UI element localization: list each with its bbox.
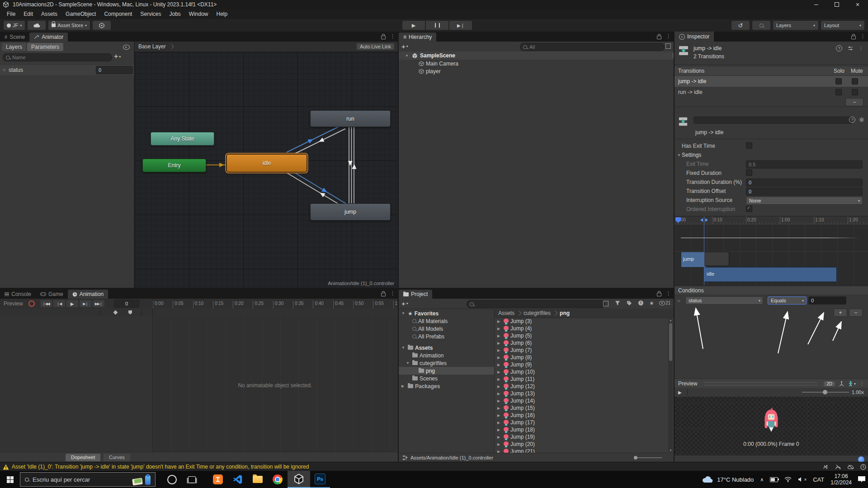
expander-icon[interactable]: ▶ bbox=[497, 421, 502, 425]
asset-file-row[interactable]: ▶ Jump (12) bbox=[495, 383, 667, 390]
asset-file-row[interactable]: ▶ Jump (14) bbox=[495, 397, 667, 404]
asset-store-button[interactable]: Asset Store▾ bbox=[48, 21, 90, 30]
next-key-button[interactable]: ▶❘ bbox=[80, 300, 91, 307]
parameters-tab-button[interactable]: Parameters bbox=[27, 43, 63, 51]
asset-file-row[interactable]: ▶ Jump (3) bbox=[495, 318, 667, 325]
menu-item[interactable]: Edit bbox=[19, 11, 37, 17]
tab-console[interactable]: Console bbox=[0, 290, 36, 299]
tree-favorites[interactable]: ▼★Favorites bbox=[399, 310, 494, 317]
asset-file-row[interactable]: ▶ Jump (5) bbox=[495, 332, 667, 339]
asset-file-row[interactable]: ▶ Jump (19) bbox=[495, 433, 667, 441]
curves-button[interactable]: Curves bbox=[104, 454, 130, 461]
create-object-button[interactable]: +▾ bbox=[401, 42, 408, 50]
global-search-button[interactable] bbox=[752, 21, 770, 30]
status-bar[interactable]: Asset 'Idle (1)_0': Transition 'jump -> … bbox=[0, 462, 868, 471]
expander-icon[interactable]: ▶ bbox=[497, 334, 502, 338]
transition-start-handle[interactable] bbox=[700, 218, 703, 222]
expander-icon[interactable]: ▶ bbox=[497, 348, 502, 352]
help-icon[interactable]: ? bbox=[836, 45, 842, 52]
preview-2d-button[interactable]: 2D bbox=[824, 381, 835, 386]
asset-file-row[interactable]: ▶ Jump (20) bbox=[495, 441, 667, 448]
muse-ai-button[interactable] bbox=[858, 456, 864, 462]
progress-activity-icon[interactable] bbox=[860, 464, 866, 470]
condition-operator-dropdown[interactable]: Equals▾ bbox=[768, 296, 807, 305]
tree-favorite-item[interactable]: All Materials bbox=[399, 317, 494, 325]
component-menu-icon[interactable]: ⋮ bbox=[859, 46, 863, 52]
first-frame-button[interactable]: ❘◀◀ bbox=[40, 300, 52, 307]
tab-animation[interactable]: Animation bbox=[68, 290, 108, 299]
favorites-star-icon[interactable]: ★ bbox=[649, 300, 654, 306]
panel-menu-icon[interactable]: ⋮ bbox=[390, 33, 395, 39]
record-button[interactable] bbox=[28, 300, 35, 307]
preview-menu-icon[interactable]: ⋮ bbox=[859, 381, 864, 387]
breadcrumb-png[interactable]: png bbox=[560, 310, 570, 316]
battery-icon[interactable] bbox=[770, 477, 778, 482]
avatar-icon[interactable]: ▾ bbox=[848, 381, 856, 386]
layers-dropdown[interactable]: Layers▾ bbox=[773, 21, 818, 30]
close-button[interactable]: × bbox=[847, 0, 868, 9]
lock-icon[interactable] bbox=[381, 36, 386, 39]
asset-file-row[interactable]: ▶ Jump (10) bbox=[495, 368, 667, 375]
transition-duration-field[interactable]: 0 bbox=[746, 178, 863, 187]
breadcrumb-cutegirlfiles[interactable]: cutegirlfiles bbox=[524, 310, 551, 316]
scrollbar-thumb[interactable] bbox=[669, 323, 672, 361]
volume-muted-icon[interactable]: × bbox=[798, 477, 807, 482]
settings-foldout[interactable]: ▼ Settings bbox=[675, 150, 868, 160]
hierarchy-item[interactable]: player bbox=[399, 67, 674, 75]
menu-item[interactable]: Window bbox=[185, 11, 212, 17]
unity-taskbar-button[interactable] bbox=[288, 471, 310, 488]
exit-time-field[interactable]: 0.5 bbox=[746, 160, 863, 169]
log-icon[interactable]: ! bbox=[638, 300, 643, 305]
add-condition-button[interactable]: + bbox=[834, 309, 847, 317]
preview-viewport[interactable]: 0:00 (000.0%) Frame 0 bbox=[675, 397, 868, 455]
foldout-arrow-icon[interactable]: ▼ bbox=[405, 54, 410, 58]
gear-icon[interactable] bbox=[859, 117, 864, 122]
asset-file-row[interactable]: ▶ Jump (4) bbox=[495, 325, 667, 332]
transition-offset-field[interactable]: 0 bbox=[746, 188, 863, 196]
timeline-bar-idle[interactable]: idle bbox=[704, 267, 837, 282]
tree-folder-animation[interactable]: Animation bbox=[399, 352, 494, 359]
photoshop-button[interactable]: Ps bbox=[310, 471, 330, 488]
parameter-search-input[interactable]: Name bbox=[3, 53, 112, 61]
expander-icon[interactable]: ▶ bbox=[497, 363, 502, 367]
scene-row[interactable]: ▼ SampleScene ⋮ bbox=[399, 52, 674, 60]
lock-icon[interactable] bbox=[851, 36, 856, 39]
taskbar-clock[interactable]: 17:06 1/2/2024 bbox=[830, 473, 852, 486]
panel-menu-icon[interactable]: ⋮ bbox=[666, 33, 671, 39]
remove-transition-button[interactable]: − bbox=[845, 98, 863, 106]
scene-menu-icon[interactable]: ⋮ bbox=[670, 53, 674, 59]
expander-icon[interactable]: ▶ bbox=[497, 356, 502, 360]
tree-folder-cutegirlfiles[interactable]: ▼cutegirlfiles bbox=[399, 359, 494, 367]
keyboard-language[interactable]: CAT bbox=[813, 476, 824, 483]
help-icon[interactable]: ? bbox=[849, 117, 855, 123]
asset-file-row[interactable]: ▶ Jump (18) bbox=[495, 426, 667, 433]
search-by-label-icon[interactable] bbox=[627, 300, 632, 306]
tab-game[interactable]: Game bbox=[36, 290, 68, 299]
start-button[interactable] bbox=[0, 471, 20, 488]
has-exit-time-checkbox[interactable] bbox=[746, 142, 752, 149]
state-run[interactable]: run bbox=[310, 110, 391, 127]
slider-handle[interactable] bbox=[823, 390, 827, 394]
mute-checkbox[interactable] bbox=[852, 89, 858, 95]
step-button[interactable]: ▶❘ bbox=[449, 21, 472, 30]
task-view-button[interactable] bbox=[182, 471, 202, 488]
thumbnail-size-slider[interactable] bbox=[634, 457, 662, 458]
menu-item[interactable]: Help bbox=[212, 11, 232, 17]
maximize-button[interactable] bbox=[826, 0, 847, 9]
expander-icon[interactable]: ▶ bbox=[497, 428, 502, 432]
anim-play-button[interactable]: ▶ bbox=[66, 300, 78, 307]
hierarchy-item[interactable]: Main Camera bbox=[399, 60, 674, 67]
parameter-value-field[interactable]: 0 bbox=[96, 66, 133, 74]
ordered-interruption-checkbox[interactable] bbox=[746, 206, 752, 212]
tree-favorite-item[interactable]: All Prefabs bbox=[399, 333, 494, 340]
transition-timeline[interactable]: :000:100:201:001:101:20 jump idle bbox=[675, 216, 868, 286]
tab-project[interactable]: Project bbox=[399, 290, 432, 299]
state-any-state[interactable]: Any State bbox=[151, 132, 214, 145]
panel-menu-icon[interactable]: ⋮ bbox=[860, 33, 865, 39]
project-search-input[interactable] bbox=[467, 300, 605, 308]
tree-folder-scenes[interactable]: Scenes bbox=[399, 375, 494, 382]
condition-value-field[interactable]: 0 bbox=[808, 296, 846, 305]
auto-live-link-button[interactable]: Auto Live Link bbox=[357, 43, 394, 50]
cloud-disabled-icon[interactable] bbox=[848, 464, 854, 470]
menu-item[interactable]: File bbox=[3, 11, 19, 17]
